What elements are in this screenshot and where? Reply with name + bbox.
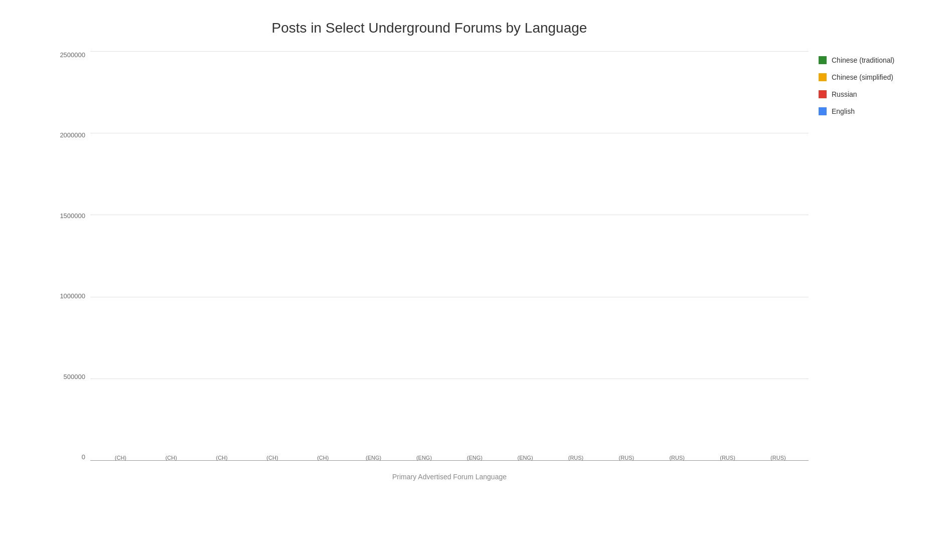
y-axis: 25000002000000150000010000005000000 xyxy=(50,51,90,481)
bar-group: (ENG) xyxy=(356,452,391,461)
bar-label: (ENG) xyxy=(366,455,381,461)
y-axis-label: 500000 xyxy=(64,373,85,381)
bar-label: (CH) xyxy=(216,455,228,461)
bar-group: (ENG) xyxy=(457,452,492,461)
y-axis-label: 2000000 xyxy=(60,131,85,139)
chart-area: 25000002000000150000010000005000000 (CH)… xyxy=(50,51,919,481)
legend: Chinese (traditional)Chinese (simplified… xyxy=(809,51,919,481)
bar-group: (CH) xyxy=(255,452,290,461)
legend-item: Chinese (traditional) xyxy=(819,56,919,64)
legend-color-box xyxy=(819,73,827,81)
bar-label: (ENG) xyxy=(467,455,483,461)
y-axis-label: 1000000 xyxy=(60,292,85,300)
bar-label: (CH) xyxy=(115,455,126,461)
y-axis-label: 2500000 xyxy=(60,51,85,59)
legend-color-box xyxy=(819,107,827,115)
legend-color-box xyxy=(819,90,827,98)
bar-group: (CH) xyxy=(305,452,341,461)
bar-label: (RUS) xyxy=(669,455,685,461)
bar-label: (ENG) xyxy=(416,455,432,461)
bar-label: (RUS) xyxy=(568,455,584,461)
bar-group: (CH) xyxy=(153,452,189,461)
bar-label: (CH) xyxy=(317,455,329,461)
plot-and-legend: (CH)(CH)(CH)(CH)(CH)(ENG)(ENG)(ENG)(ENG)… xyxy=(90,51,919,481)
legend-item: Russian xyxy=(819,90,919,98)
legend-label: Chinese (traditional) xyxy=(832,56,894,64)
bar-label: (CH) xyxy=(266,455,278,461)
y-axis-label: 1500000 xyxy=(60,212,85,220)
bar-label: (RUS) xyxy=(619,455,635,461)
bar-label: (CH) xyxy=(166,455,177,461)
y-axis-label: 0 xyxy=(82,453,85,461)
bar-label: (RUS) xyxy=(720,455,735,461)
bar-group: (CH) xyxy=(204,452,239,461)
plot-area: (CH)(CH)(CH)(CH)(CH)(ENG)(ENG)(ENG)(ENG)… xyxy=(90,51,809,481)
legend-item: English xyxy=(819,107,919,115)
bar-group: (ENG) xyxy=(406,452,441,461)
bar-group: (RUS) xyxy=(558,452,593,461)
bar-group: (RUS) xyxy=(710,452,745,461)
legend-item: Chinese (simplified) xyxy=(819,73,919,81)
bar-group: (ENG) xyxy=(508,452,543,461)
legend-color-box xyxy=(819,56,827,64)
legend-label: English xyxy=(832,107,855,115)
legend-label: Russian xyxy=(832,90,857,98)
legend-label: Chinese (simplified) xyxy=(832,73,893,81)
x-axis-title: Primary Advertised Forum Language xyxy=(90,473,809,481)
bars-container: (CH)(CH)(CH)(CH)(CH)(ENG)(ENG)(ENG)(ENG)… xyxy=(90,51,809,461)
bar-label: (RUS) xyxy=(770,455,786,461)
bar-group: (RUS) xyxy=(660,452,695,461)
bar-group: (CH) xyxy=(103,452,138,461)
bar-label: (ENG) xyxy=(518,455,533,461)
chart-container: Posts in Select Underground Forums by La… xyxy=(0,0,949,560)
bar-group: (RUS) xyxy=(609,452,644,461)
chart-title: Posts in Select Underground Forums by La… xyxy=(50,20,919,36)
bar-group: (RUS) xyxy=(760,452,796,461)
